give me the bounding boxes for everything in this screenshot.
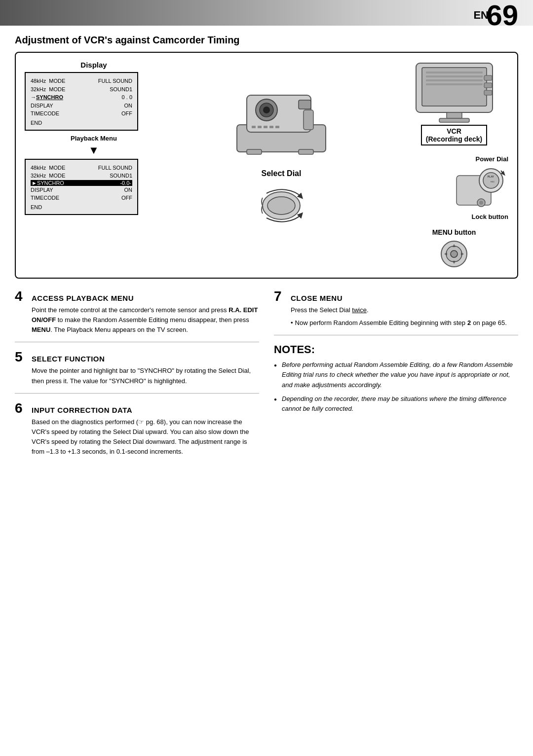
step-7-block: 7 CLOSE MENU Press the Select Dial twice… [274, 289, 518, 335]
svg-rect-8 [258, 126, 262, 128]
screen2-row1-left: 48kHz MODE [31, 164, 65, 172]
step-7-number: 7 [274, 289, 288, 303]
vcr-label: VCR (Recording deck) [421, 125, 487, 145]
screen2-row5-right: OFF [121, 194, 132, 202]
step-5-number: 5 [15, 350, 29, 364]
svg-rect-12 [247, 149, 262, 154]
screen1-row4-right: ON [124, 102, 133, 110]
screen2-row4-right: ON [124, 186, 133, 194]
screen-row: DISPLAY ON [31, 102, 132, 110]
select-dial-area: Select Dial [252, 169, 311, 225]
svg-rect-5 [299, 100, 311, 109]
step-6-header: 6 INPUT CORRECTION DATA [15, 401, 259, 415]
step-4-body: Point the remote control at the camcorde… [32, 305, 259, 335]
notes-section: NOTES: Before performing actual Random A… [274, 343, 518, 414]
screen-row-synchro: →SYNCHRO 0 . 0 [31, 93, 132, 102]
twice-underline: twice [352, 306, 367, 314]
playback-menu-label: Playback Menu [25, 135, 163, 142]
display-label: Display [25, 61, 163, 69]
step-7-title: CLOSE MENU [291, 294, 343, 302]
screen1-end: END [31, 120, 132, 126]
middle-panel: Select Dial [163, 61, 400, 225]
notes-title: NOTES: [274, 343, 518, 356]
step-6-number: 6 [15, 401, 29, 415]
svg-rect-13 [299, 149, 313, 154]
screen2-row2-left: 32kHz MODE [31, 172, 65, 180]
svg-rect-19 [426, 75, 483, 77]
svg-text:REC: REC [491, 180, 495, 183]
camcorder-top-svg [222, 66, 341, 164]
screen-row: 32kHz MODE SOUND1 [31, 85, 132, 94]
page-title: Adjustment of VCR's against Camcorder Ti… [15, 35, 518, 46]
notes-list: Before performing actual Random Assemble… [274, 360, 518, 414]
svg-point-36 [451, 251, 457, 257]
step-7-body: Press the Select Dial twice. Now perform… [291, 305, 518, 328]
svg-rect-6 [304, 110, 313, 130]
step-6-title: INPUT CORRECTION DATA [32, 406, 132, 414]
screen1-row1-left: 48kHz MODE [31, 77, 65, 85]
step-6-body: Based on the diagnostics performed (☞ pg… [32, 417, 259, 457]
steps-left: 4 ACCESS PLAYBACK MENU Point the remote … [15, 289, 259, 471]
svg-rect-23 [439, 118, 469, 122]
svg-point-15 [267, 197, 295, 215]
screen1-row5-left: TIMECODE [31, 109, 59, 118]
menu-button-label: MENU button [432, 228, 476, 236]
screen1-row3-left: →SYNCHRO [31, 93, 63, 102]
notes-item-2: Depending on the recorder, there may be … [274, 394, 518, 414]
screen-row-highlight: ►SYNCHRO -0.0- [31, 180, 132, 186]
step-5-header: 5 SELECT FUNCTION [15, 350, 259, 364]
screen2-row3-left: ►SYNCHRO [32, 180, 64, 186]
svg-rect-7 [252, 126, 256, 128]
svg-rect-22 [447, 112, 462, 118]
right-panel: VCR (Recording deck) Power Dial [400, 61, 508, 269]
screen1-row5-right: OFF [121, 109, 132, 118]
screen2-row4-left: DISPLAY [31, 186, 53, 194]
steps-right: 7 CLOSE MENU Press the Select Dial twice… [274, 289, 518, 471]
screen-row: TIMECODE OFF [31, 109, 132, 118]
svg-rect-18 [426, 72, 483, 73]
step-5-title: SELECT FUNCTION [32, 355, 105, 363]
svg-text:PLAY: PLAY [488, 175, 495, 178]
steps-section: 4 ACCESS PLAYBACK MENU Point the remote … [15, 289, 518, 471]
svg-rect-10 [269, 126, 273, 128]
svg-rect-9 [264, 126, 267, 128]
screen-row: DISPLAY ON [31, 186, 132, 194]
step-4-number: 4 [15, 289, 29, 303]
notes-item-1: Before performing actual Random Assemble… [274, 360, 518, 390]
step-6-block: 6 INPUT CORRECTION DATA Based on the dia… [15, 401, 259, 464]
screen-2: 48kHz MODE FULL SOUND 32kHz MODE SOUND1 … [25, 159, 138, 215]
screen1-row2-left: 32kHz MODE [31, 85, 65, 94]
svg-rect-24 [484, 75, 492, 80]
step-7-header: 7 CLOSE MENU [274, 289, 518, 303]
step-4-header: 4 ACCESS PLAYBACK MENU [15, 289, 259, 303]
screen-row: 32kHz MODE SOUND1 [31, 172, 132, 180]
page-number: 69 [486, 1, 518, 30]
screen2-row5-left: TIMECODE [31, 194, 59, 202]
vcr-monitor-svg [411, 61, 497, 125]
svg-rect-21 [426, 83, 483, 85]
screen2-row3-right: -0.0- [120, 180, 131, 186]
lock-button-label: Lock button [472, 213, 508, 220]
screen2-row1-right: FULL SOUND [98, 164, 132, 172]
svg-rect-25 [484, 83, 492, 88]
select-dial-label: Select Dial [262, 169, 302, 178]
note-bullet: Now perform Random Assemble Editing begi… [291, 318, 518, 328]
svg-rect-11 [275, 126, 279, 128]
screen1-row2-right: SOUND1 [110, 85, 132, 94]
select-dial-svg [252, 181, 311, 225]
screen-row: 48kHz MODE FULL SOUND [31, 164, 132, 172]
svg-point-33 [479, 201, 483, 205]
screen1-row4-left: DISPLAY [31, 102, 53, 110]
screen2-end: END [31, 204, 132, 210]
arrow-down-icon: ▼ [25, 144, 163, 157]
header-bar: EN 69 [0, 0, 533, 26]
screen-row: TIMECODE OFF [31, 194, 132, 202]
power-dial-label: Power Dial [476, 155, 508, 163]
diagram-box: Display 48kHz MODE FULL SOUND 32kHz MODE… [15, 52, 518, 279]
svg-rect-20 [426, 79, 483, 81]
svg-rect-26 [484, 90, 492, 95]
left-panel: Display 48kHz MODE FULL SOUND 32kHz MODE… [25, 61, 163, 215]
screen-1: 48kHz MODE FULL SOUND 32kHz MODE SOUND1 … [25, 72, 138, 131]
main-content: Adjustment of VCR's against Camcorder Ti… [0, 26, 533, 491]
menu-button-svg [439, 239, 469, 269]
